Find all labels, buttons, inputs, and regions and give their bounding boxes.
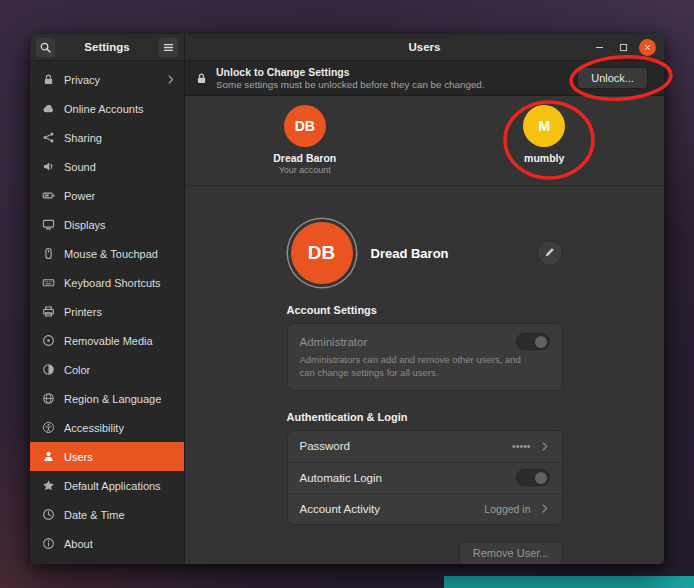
sidebar-item-online-accounts[interactable]: Online Accounts bbox=[30, 94, 184, 123]
displays-icon bbox=[42, 218, 55, 231]
unlock-banner-text: Unlock to Change Settings Some settings … bbox=[216, 66, 569, 90]
sidebar-item-about[interactable]: About bbox=[30, 529, 184, 558]
sidebar-item-power[interactable]: Power bbox=[30, 181, 184, 210]
sidebar-item-sharing[interactable]: Sharing bbox=[30, 123, 184, 152]
sidebar-item-printers[interactable]: Printers bbox=[30, 297, 184, 326]
sidebar-item-removable-media[interactable]: Removable Media bbox=[30, 326, 184, 355]
disc-icon bbox=[42, 334, 55, 347]
chevron-right-icon bbox=[539, 441, 550, 452]
sidebar-nav: Privacy Online Accounts Sharing Sound Po… bbox=[30, 61, 184, 564]
user-avatar[interactable]: DB bbox=[284, 105, 326, 147]
chevron-right-icon bbox=[165, 74, 176, 85]
password-value: ••••• bbox=[512, 440, 530, 452]
auth-login-card: Password ••••• Automatic Login Account A… bbox=[287, 430, 563, 525]
accessibility-icon bbox=[42, 421, 55, 434]
account-settings-card: Administrator Administrators can add and… bbox=[287, 323, 563, 391]
power-icon bbox=[42, 189, 55, 202]
chevron-right-icon bbox=[539, 503, 550, 514]
app-title: Settings bbox=[56, 41, 158, 53]
sidebar-item-color[interactable]: Color bbox=[30, 355, 184, 384]
menu-icon[interactable] bbox=[158, 37, 179, 58]
profile-avatar: DB bbox=[291, 222, 353, 284]
remove-user-button[interactable]: Remove User... bbox=[459, 541, 563, 564]
window-controls bbox=[591, 39, 664, 56]
administrator-description: Administrators can add and remove other … bbox=[300, 354, 550, 380]
sidebar-item-keyboard-shortcuts[interactable]: Keyboard Shortcuts bbox=[30, 268, 184, 297]
info-icon bbox=[42, 537, 55, 550]
sidebar-item-mouse-touchpad[interactable]: Mouse & Touchpad bbox=[30, 239, 184, 268]
automatic-login-toggle[interactable] bbox=[516, 469, 550, 486]
cloud-icon bbox=[42, 102, 55, 115]
search-icon[interactable] bbox=[35, 37, 56, 58]
sidebar-item-default-applications[interactable]: Default Applications bbox=[30, 471, 184, 500]
sidebar-item-displays[interactable]: Displays bbox=[30, 210, 184, 239]
share-icon bbox=[42, 131, 55, 144]
unlock-button[interactable]: Unlock... bbox=[577, 67, 648, 89]
sidebar-item-privacy[interactable]: Privacy bbox=[30, 65, 184, 94]
automatic-login-label: Automatic Login bbox=[300, 472, 516, 484]
clock-icon bbox=[42, 508, 55, 521]
headerbar: Users bbox=[185, 34, 664, 61]
sidebar-item-sound[interactable]: Sound bbox=[30, 152, 184, 181]
account-activity-value: Logged in bbox=[484, 503, 530, 515]
unlock-banner-title: Unlock to Change Settings bbox=[216, 66, 569, 78]
user-subtitle: Your account bbox=[279, 165, 331, 175]
sidebar-item-users[interactable]: Users bbox=[30, 442, 184, 471]
desktop-background: Settings Privacy Online Accounts Sharing… bbox=[0, 0, 694, 588]
lock-icon bbox=[42, 73, 55, 86]
unlock-banner-subtitle: Some settings must be unlocked before th… bbox=[216, 79, 569, 90]
sound-icon bbox=[42, 160, 55, 173]
automatic-login-row: Automatic Login bbox=[288, 462, 562, 493]
sidebar-item-accessibility[interactable]: Accessibility bbox=[30, 413, 184, 442]
maximize-icon[interactable] bbox=[615, 39, 631, 55]
desktop-teal-strip bbox=[444, 576, 694, 588]
sidebar-item-region-language[interactable]: Region & Language bbox=[30, 384, 184, 413]
toggle-knob bbox=[535, 472, 547, 484]
main-panel: DB Dread Baron Account Settings Administ… bbox=[185, 186, 664, 564]
user-carousel: DB Dread Baron Your account M mumbly bbox=[185, 96, 664, 186]
users-icon bbox=[42, 450, 55, 463]
sidebar: Settings Privacy Online Accounts Sharing… bbox=[30, 34, 185, 564]
settings-window: Settings Privacy Online Accounts Sharing… bbox=[30, 34, 664, 564]
minimize-icon[interactable] bbox=[591, 39, 607, 55]
content-pane: Users Unlock to Change Settings Some set… bbox=[185, 34, 664, 564]
lock-icon bbox=[195, 72, 208, 85]
printer-icon bbox=[42, 305, 55, 318]
profile-row: DB Dread Baron bbox=[287, 222, 563, 284]
pencil-icon bbox=[544, 244, 556, 262]
user-name: mumbly bbox=[524, 152, 564, 164]
keyboard-icon bbox=[42, 276, 55, 289]
account-settings-heading: Account Settings bbox=[287, 304, 563, 316]
sidebar-item-date-time[interactable]: Date & Time bbox=[30, 500, 184, 529]
user-avatar[interactable]: M bbox=[523, 105, 565, 147]
password-label: Password bbox=[300, 440, 513, 452]
star-icon bbox=[42, 479, 55, 492]
globe-icon bbox=[42, 392, 55, 405]
toggle-knob bbox=[535, 336, 547, 348]
sidebar-header: Settings bbox=[30, 34, 184, 61]
color-icon bbox=[42, 363, 55, 376]
close-icon[interactable] bbox=[639, 39, 656, 56]
account-activity-row[interactable]: Account Activity Logged in bbox=[288, 493, 562, 524]
unlock-banner: Unlock to Change Settings Some settings … bbox=[185, 61, 664, 96]
auth-login-heading: Authentication & Login bbox=[287, 411, 563, 423]
carousel-user-dread-baron[interactable]: DB Dread Baron Your account bbox=[185, 96, 425, 175]
profile-name: Dread Baron bbox=[371, 246, 537, 261]
administrator-toggle[interactable] bbox=[516, 333, 550, 350]
carousel-user-mumbly[interactable]: M mumbly bbox=[425, 96, 665, 164]
account-activity-label: Account Activity bbox=[300, 503, 485, 515]
mouse-icon bbox=[42, 247, 55, 260]
password-row[interactable]: Password ••••• bbox=[288, 431, 562, 462]
edit-name-button[interactable] bbox=[537, 240, 563, 266]
administrator-label: Administrator bbox=[300, 336, 368, 348]
user-name: Dread Baron bbox=[273, 152, 336, 164]
